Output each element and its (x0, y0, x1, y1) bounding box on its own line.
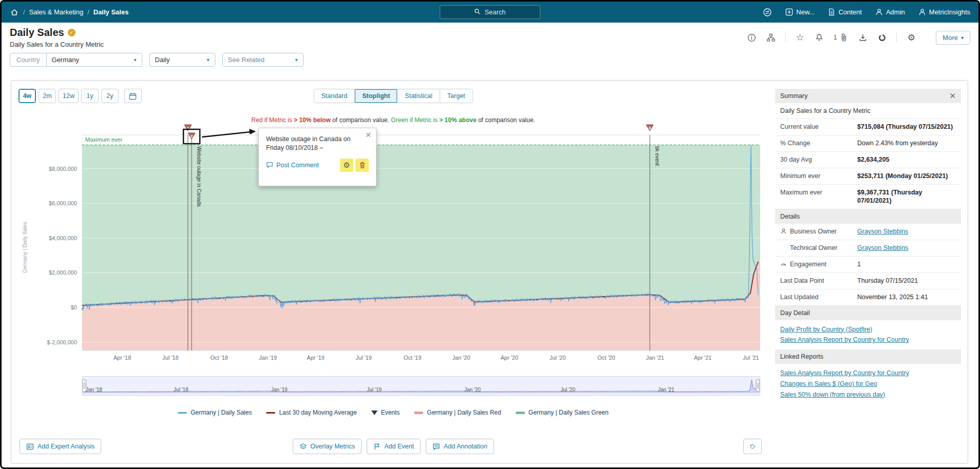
history-reset-icon (750, 442, 755, 451)
linked-report-link[interactable]: Changes in Sales $ (Geo) for Geo (780, 379, 956, 389)
chart-column: 4w2m12w1y2y StandardStoplightStatistical… (11, 81, 775, 463)
svg-text:Oct '18: Oct '18 (210, 355, 228, 361)
person-icon (875, 8, 883, 16)
attachment-count: 1 (834, 34, 837, 41)
breadcrumb-separator: / (23, 8, 25, 16)
owner-link[interactable]: Grayson Stebbins (857, 244, 908, 251)
svg-text:Jan '21: Jan '21 (646, 355, 664, 361)
svg-text:$6,000,000: $6,000,000 (49, 200, 77, 206)
add-annotation-button[interactable]: Add Annotation (426, 439, 494, 454)
range-2m-button[interactable]: 2m (39, 89, 56, 103)
chevron-down-icon: ▾ (295, 57, 298, 63)
overlay-metrics-button[interactable]: Overlay Metrics (292, 439, 362, 454)
svg-text:Jan '19: Jan '19 (271, 387, 288, 393)
day-detail-link[interactable]: Sales Analysis Report by Country for Cou… (780, 335, 956, 345)
close-icon[interactable]: ✕ (365, 131, 371, 139)
switch-instance-icon[interactable] (763, 8, 772, 17)
breadcrumb-separator: / (87, 8, 89, 16)
view-tab-stoplight[interactable]: Stoplight (354, 89, 397, 103)
admin-menu[interactable]: Admin (875, 8, 905, 16)
svg-text:Apr '18: Apr '18 (114, 355, 131, 361)
range-4w-button[interactable]: 4w (18, 89, 36, 103)
favorite-star-icon[interactable]: ☆ (796, 33, 805, 42)
range-1y-button[interactable]: 1y (81, 89, 99, 103)
linked-report-link[interactable]: Sales Analysis Report by Country for Cou… (780, 368, 956, 378)
breadcrumb-section[interactable]: Sales & Marketing (29, 8, 84, 16)
summary-row: Maximum ever$9,367,731 (Thursday 07/01/2… (775, 185, 961, 210)
view-tab-standard[interactable]: Standard (314, 89, 354, 103)
flag-icon (373, 443, 381, 451)
summary-rows: Current value$715,084 (Thursday 07/15/20… (775, 119, 961, 209)
alert-bell-icon[interactable] (815, 33, 824, 42)
document-icon (828, 8, 835, 16)
calendar-button[interactable] (124, 89, 142, 103)
details-header: Details (775, 209, 961, 224)
triangle-icon (371, 411, 378, 415)
calendar-icon (129, 92, 137, 100)
event-popover-text: Website outage in Canada on Friday 08/10… (266, 135, 361, 152)
home-icon[interactable] (10, 8, 19, 17)
header-icons: ☆ 1 ⚙ More ▾ (747, 31, 970, 45)
linked-report-link[interactable]: Sales 50% down (from previous day) (780, 390, 956, 400)
day-detail-link[interactable]: Daily Profit by Country (Spotfire) (780, 325, 956, 335)
person-icon (780, 228, 787, 234)
info-icon[interactable] (747, 33, 757, 42)
svg-text:Apr '21: Apr '21 (694, 355, 712, 361)
paperclip-icon[interactable] (839, 33, 849, 42)
legend-item[interactable]: Germany | Daily Sales (178, 409, 252, 416)
legend-item[interactable]: Germany | Daily Sales Red (414, 409, 501, 416)
divider (785, 33, 786, 42)
svg-text:Maximum ever: Maximum ever (85, 136, 122, 143)
usage-donut-icon[interactable] (877, 33, 887, 42)
svg-text:$4,000,000: $4,000,000 (49, 235, 77, 241)
breadcrumb-page: Daily Sales (93, 8, 129, 16)
delete-event-trash-icon[interactable] (355, 159, 369, 172)
detail-row: Technical OwnerGrayson Stebbins (775, 240, 961, 257)
legend-item[interactable]: Germany | Daily Sales Green (516, 409, 609, 416)
person-icon (918, 8, 926, 16)
speech-bubble-icon (266, 162, 273, 168)
summary-row: Minimum ever$253,711 (Monday 01/25/2021) (775, 168, 961, 185)
more-button[interactable]: More ▾ (936, 31, 970, 45)
chart-actions: Overlay Metrics Add Event Add Annotation (292, 439, 494, 454)
add-expert-analysis-button[interactable]: Add Expert Analysis (20, 439, 101, 454)
period-select[interactable]: Daily▾ (149, 53, 215, 67)
linked-reports-header: Linked Reports (775, 349, 961, 364)
detail-row: Last UpdatedNovember 13, 2025 1:41 (775, 289, 961, 306)
range-handle (83, 380, 86, 392)
summary-panel: Summary ✕ Daily Sales for a Country Metr… (775, 89, 961, 404)
country-select[interactable]: Germany▾ (47, 53, 142, 66)
range-2y-button[interactable]: 2y (101, 89, 119, 103)
stoplight-chart[interactable]: Maximum ever$8,000,000$6,000,000$4,000,0… (11, 122, 780, 363)
view-tab-statistical[interactable]: Statistical (397, 89, 440, 103)
summary-row: Current value$715,084 (Thursday 07/15/20… (775, 119, 961, 135)
see-related-select[interactable]: See Related▾ (222, 53, 304, 67)
svg-text:$8,000,000: $8,000,000 (49, 166, 77, 172)
summary-metric-name: Daily Sales for a Country Metric (775, 103, 961, 119)
detail-rows: Business OwnerGrayson Stebbins Technical… (775, 224, 961, 305)
user-menu[interactable]: MetricInsights (918, 8, 970, 16)
legend-item[interactable]: Last 30 day Moving Average (266, 409, 356, 416)
owner-link[interactable]: Grayson Stebbins (857, 228, 908, 235)
new-menu[interactable]: New... (785, 8, 815, 16)
chevron-down-icon: ▾ (207, 57, 210, 63)
content-menu[interactable]: Content (828, 8, 862, 16)
edit-event-gear-icon[interactable]: ⚙ (340, 159, 353, 172)
svg-text:Jul '20: Jul '20 (550, 355, 566, 361)
add-event-button[interactable]: Add Event (367, 439, 421, 454)
svg-text:$-2,000,000: $-2,000,000 (47, 339, 77, 345)
chart-legend: Germany | Daily SalesLast 30 day Moving … (11, 409, 775, 416)
close-icon[interactable]: ✕ (949, 91, 956, 101)
reset-zoom-button[interactable] (743, 439, 762, 454)
range-12w-button[interactable]: 12w (59, 89, 79, 103)
lineage-icon[interactable] (766, 33, 776, 42)
chart-range-navigator[interactable]: Jan '18Jul '18Jan '19Jul '19Jan '20Jul '… (82, 376, 760, 396)
stoplight-note: Red if Metric is > 10% below of comparis… (11, 116, 775, 124)
post-comment-link[interactable]: Post Comment (266, 162, 319, 169)
export-download-icon[interactable] (858, 33, 868, 42)
search-input[interactable]: Search (440, 5, 540, 19)
view-tab-target[interactable]: Target (440, 89, 473, 103)
settings-gear-icon[interactable]: ⚙ (907, 33, 916, 42)
legend-item[interactable]: Events (371, 409, 400, 416)
range-handle (756, 380, 760, 392)
